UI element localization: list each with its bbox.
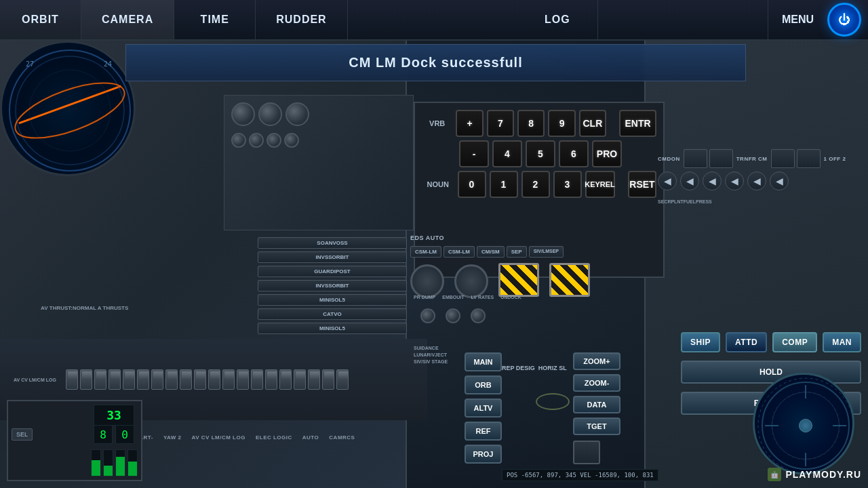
rcs-off-label: 1 OFF 2: [824, 156, 846, 162]
left-nav-buttons: MAIN ORB ALTV REF PROJ: [465, 352, 502, 464]
panel-btn-6[interactable]: CATVO: [258, 308, 407, 320]
rep-desig-label: REP DESIG: [502, 365, 535, 371]
toggle-2[interactable]: [80, 369, 92, 390]
coords-display: POS -6567, 897, 345 VEL -16589, 100, 831: [502, 469, 658, 481]
toggle-9[interactable]: [180, 369, 192, 390]
toggle-12[interactable]: [222, 369, 235, 390]
eds-switch-1[interactable]: [410, 264, 444, 298]
tab-orbit[interactable]: ORBIT: [0, 0, 81, 39]
tab-log[interactable]: LOG: [517, 0, 598, 39]
btn-pro[interactable]: PRO: [592, 140, 622, 167]
toggle-10[interactable]: [194, 369, 206, 390]
panel-btn-2[interactable]: INVSSORBIT: [258, 251, 407, 263]
sel-button[interactable]: SEL: [12, 428, 33, 441]
toggle-19[interactable]: [322, 369, 334, 390]
arrow-left-6[interactable]: ◀: [770, 171, 789, 190]
lunar-object: [536, 393, 570, 413]
rcs-btn-3[interactable]: [771, 149, 795, 168]
zoom-plus-button[interactable]: ZOOM+: [573, 352, 620, 370]
rcs-btn-4[interactable]: [797, 149, 821, 168]
small-square-btn[interactable]: [573, 441, 600, 464]
toggle-3[interactable]: [94, 369, 106, 390]
tab-camera[interactable]: CAMERA: [81, 0, 174, 39]
eds-switch-2[interactable]: [454, 264, 488, 298]
eds-btn-sep[interactable]: SEP: [507, 246, 527, 258]
small-control-3[interactable]: [471, 308, 486, 323]
toggle-13[interactable]: [237, 369, 249, 390]
eds-btn-cmsm[interactable]: CM/SM: [477, 246, 505, 258]
toggle-14[interactable]: [251, 369, 263, 390]
data-button[interactable]: DATA: [573, 396, 620, 413]
btn-0[interactable]: 0: [458, 171, 486, 198]
arrow-left-1[interactable]: ◀: [658, 171, 677, 190]
sel-panel: SEL 33 8 0: [7, 400, 142, 481]
small-control-1[interactable]: [420, 308, 435, 323]
arrow-left-3[interactable]: ◀: [703, 171, 722, 190]
watermark: 🤖 PLAYMODY.RU: [768, 468, 861, 481]
toggle-7[interactable]: [151, 369, 163, 390]
altv-button[interactable]: ALTV: [465, 399, 502, 418]
btn-clr[interactable]: CLR: [579, 110, 606, 137]
btn-entr[interactable]: ENTR: [619, 110, 656, 137]
panel-btn-7[interactable]: MINISOL5: [258, 323, 407, 334]
btn-8[interactable]: 8: [517, 110, 545, 137]
toggle-17[interactable]: [294, 369, 306, 390]
panel-btn-1[interactable]: SOANVOSS: [258, 237, 407, 249]
btn-keyrel[interactable]: KEYREL: [585, 171, 615, 198]
power-button[interactable]: ⏻: [827, 3, 861, 37]
arrow-left-2[interactable]: ◀: [680, 171, 699, 190]
comp-button[interactable]: COMP: [772, 332, 817, 352]
arrow-left-5[interactable]: ◀: [747, 171, 766, 190]
eds-auto-label: EDS AUTO: [410, 235, 444, 241]
tab-menu[interactable]: MENU: [768, 0, 827, 39]
btn-9[interactable]: 9: [548, 110, 575, 137]
zoom-minus-button[interactable]: ZOOM-: [573, 374, 620, 392]
toggle-11[interactable]: [208, 369, 220, 390]
tab-rudder[interactable]: RUDDER: [256, 0, 347, 39]
btn-5[interactable]: 5: [526, 140, 555, 167]
toggle-8[interactable]: [165, 369, 178, 390]
btn-minus[interactable]: -: [459, 140, 489, 167]
btn-7[interactable]: 7: [487, 110, 514, 137]
eds-btn-sivlmsep[interactable]: SIV/LMSEP: [529, 246, 564, 258]
btn-plus[interactable]: +: [456, 110, 483, 137]
siv-stage-label: SIV/SIV STAGE: [414, 359, 448, 364]
panel-btn-4[interactable]: INVSSORBIT: [258, 280, 407, 291]
btn-4[interactable]: 4: [492, 140, 522, 167]
small-control-2[interactable]: [446, 308, 460, 323]
proj-button[interactable]: PROJ: [465, 445, 502, 464]
toggle-15[interactable]: [265, 369, 277, 390]
btn-3[interactable]: 3: [553, 171, 582, 198]
rcs-btn-1[interactable]: [684, 149, 707, 168]
small-knob-3: [267, 133, 281, 148]
ship-button[interactable]: SHIP: [681, 332, 720, 352]
compass-display: [753, 373, 854, 474]
panel-btn-3[interactable]: GUARDIPOST: [258, 266, 407, 277]
attd-button[interactable]: ATTD: [726, 332, 767, 352]
orb-button[interactable]: ORB: [465, 375, 502, 394]
btn-1[interactable]: 1: [490, 171, 518, 198]
toggle-4[interactable]: [108, 369, 121, 390]
eds-btn-csmlm1[interactable]: CSM-LM: [410, 246, 441, 258]
man-button[interactable]: MAN: [823, 332, 861, 352]
danger-switch-2[interactable]: [549, 263, 590, 297]
toggle-1[interactable]: [66, 369, 78, 390]
tget-button[interactable]: TGET: [573, 418, 620, 435]
btn-rset[interactable]: RSET: [628, 171, 656, 198]
btn-2[interactable]: 2: [521, 171, 550, 198]
arrow-left-4[interactable]: ◀: [725, 171, 744, 190]
toggle-18[interactable]: [308, 369, 320, 390]
toggle-5[interactable]: [123, 369, 135, 390]
main-button[interactable]: MAIN: [465, 352, 502, 371]
ref-button[interactable]: REF: [465, 422, 502, 441]
eds-btn-csmlm2[interactable]: CSM-LM: [443, 246, 475, 258]
toggle-6[interactable]: [137, 369, 149, 390]
rcs-trnfr-label: TRNFR CM: [736, 156, 768, 162]
danger-switch-1[interactable]: [498, 263, 539, 297]
panel-btn-5[interactable]: MINISOL5: [258, 294, 407, 306]
toggle-16[interactable]: [279, 369, 292, 390]
btn-6[interactable]: 6: [559, 140, 589, 167]
rcs-btn-2[interactable]: [709, 149, 733, 168]
toggle-20[interactable]: [336, 369, 349, 390]
tab-time[interactable]: TIME: [174, 0, 256, 39]
